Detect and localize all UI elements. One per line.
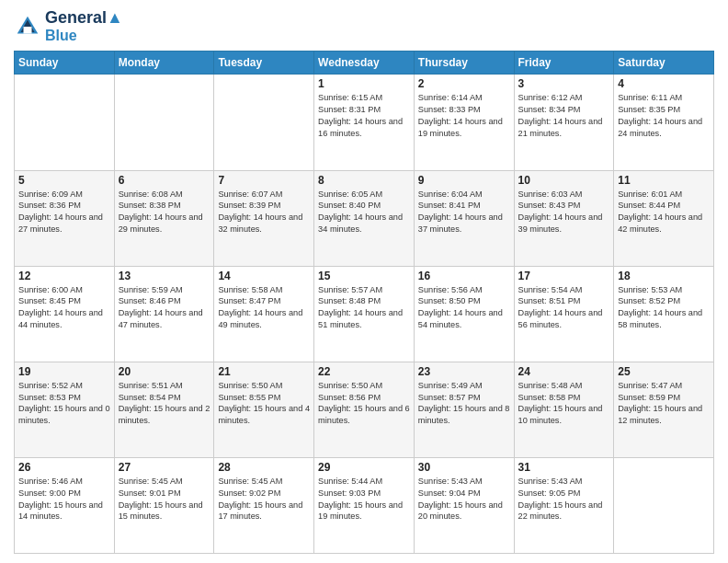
- day-number: 29: [318, 461, 410, 474]
- page: General▲ Blue SundayMondayTuesdayWednesd…: [0, 0, 728, 563]
- calendar-cell: 21Sunrise: 5:50 AM Sunset: 8:55 PM Dayli…: [214, 362, 314, 457]
- cell-content: Sunrise: 5:50 AM Sunset: 8:56 PM Dayligh…: [318, 380, 410, 428]
- calendar-cell: 16Sunrise: 5:56 AM Sunset: 8:50 PM Dayli…: [414, 266, 514, 362]
- calendar-cell: 3Sunrise: 6:12 AM Sunset: 8:34 PM Daylig…: [514, 75, 614, 170]
- cell-content: Sunrise: 5:45 AM Sunset: 9:02 PM Dayligh…: [218, 476, 310, 523]
- calendar-cell: 22Sunrise: 5:50 AM Sunset: 8:56 PM Dayli…: [314, 362, 415, 457]
- day-number: 30: [418, 461, 510, 474]
- calendar-header-row: SundayMondayTuesdayWednesdayThursdayFrid…: [15, 52, 714, 75]
- calendar-cell: [214, 75, 314, 170]
- day-number: 5: [18, 174, 110, 187]
- day-number: 8: [318, 174, 410, 187]
- calendar-cell: 6Sunrise: 6:08 AM Sunset: 8:38 PM Daylig…: [114, 170, 214, 266]
- cell-content: Sunrise: 5:44 AM Sunset: 9:03 PM Dayligh…: [318, 476, 410, 523]
- day-number: 31: [518, 461, 610, 474]
- calendar-day-header: Tuesday: [214, 52, 314, 75]
- calendar-day-header: Monday: [114, 52, 214, 75]
- cell-content: Sunrise: 6:00 AM Sunset: 8:45 PM Dayligh…: [18, 284, 110, 332]
- calendar-cell: 5Sunrise: 6:09 AM Sunset: 8:36 PM Daylig…: [15, 170, 115, 266]
- cell-content: Sunrise: 6:05 AM Sunset: 8:40 PM Dayligh…: [318, 189, 410, 236]
- cell-content: Sunrise: 5:50 AM Sunset: 8:55 PM Dayligh…: [218, 380, 310, 428]
- calendar-cell: 26Sunrise: 5:46 AM Sunset: 9:00 PM Dayli…: [15, 457, 115, 553]
- cell-content: Sunrise: 5:51 AM Sunset: 8:54 PM Dayligh…: [119, 380, 210, 428]
- cell-content: Sunrise: 5:52 AM Sunset: 8:53 PM Dayligh…: [18, 380, 110, 428]
- calendar-cell: 20Sunrise: 5:51 AM Sunset: 8:54 PM Dayli…: [114, 362, 214, 457]
- day-number: 2: [418, 77, 510, 90]
- calendar-cell: 7Sunrise: 6:07 AM Sunset: 8:39 PM Daylig…: [214, 170, 314, 266]
- calendar-cell: 25Sunrise: 5:47 AM Sunset: 8:59 PM Dayli…: [614, 362, 714, 457]
- calendar-cell: 2Sunrise: 6:14 AM Sunset: 8:33 PM Daylig…: [414, 75, 514, 170]
- cell-content: Sunrise: 6:07 AM Sunset: 8:39 PM Dayligh…: [218, 189, 310, 236]
- day-number: 17: [518, 270, 610, 282]
- day-number: 24: [518, 365, 610, 378]
- calendar-week-row: 26Sunrise: 5:46 AM Sunset: 9:00 PM Dayli…: [15, 457, 714, 553]
- logo-icon: [14, 13, 41, 40]
- calendar-cell: 15Sunrise: 5:57 AM Sunset: 8:48 PM Dayli…: [314, 266, 415, 362]
- cell-content: Sunrise: 5:49 AM Sunset: 8:57 PM Dayligh…: [418, 380, 510, 428]
- calendar-cell: 14Sunrise: 5:58 AM Sunset: 8:47 PM Dayli…: [214, 266, 314, 362]
- cell-content: Sunrise: 6:08 AM Sunset: 8:38 PM Dayligh…: [119, 189, 210, 236]
- day-number: 15: [318, 270, 410, 282]
- svg-rect-2: [24, 27, 32, 34]
- day-number: 11: [618, 174, 710, 187]
- day-number: 20: [119, 365, 210, 378]
- day-number: 28: [218, 461, 310, 474]
- calendar-cell: 24Sunrise: 5:48 AM Sunset: 8:58 PM Dayli…: [514, 362, 614, 457]
- calendar-cell: 1Sunrise: 6:15 AM Sunset: 8:31 PM Daylig…: [314, 75, 415, 170]
- day-number: 19: [18, 365, 110, 378]
- day-number: 14: [218, 270, 310, 282]
- calendar-cell: 18Sunrise: 5:53 AM Sunset: 8:52 PM Dayli…: [614, 266, 714, 362]
- day-number: 4: [618, 77, 710, 90]
- calendar-cell: 23Sunrise: 5:49 AM Sunset: 8:57 PM Dayli…: [414, 362, 514, 457]
- calendar-cell: 13Sunrise: 5:59 AM Sunset: 8:46 PM Dayli…: [114, 266, 214, 362]
- cell-content: Sunrise: 5:58 AM Sunset: 8:47 PM Dayligh…: [218, 284, 310, 332]
- cell-content: Sunrise: 5:59 AM Sunset: 8:46 PM Dayligh…: [119, 284, 210, 332]
- calendar-cell: 9Sunrise: 6:04 AM Sunset: 8:41 PM Daylig…: [414, 170, 514, 266]
- cell-content: Sunrise: 6:01 AM Sunset: 8:44 PM Dayligh…: [618, 189, 710, 236]
- day-number: 10: [518, 174, 610, 187]
- day-number: 18: [618, 270, 710, 282]
- cell-content: Sunrise: 6:12 AM Sunset: 8:34 PM Dayligh…: [518, 92, 610, 140]
- calendar-cell: 10Sunrise: 6:03 AM Sunset: 8:43 PM Dayli…: [514, 170, 614, 266]
- calendar-cell: 27Sunrise: 5:45 AM Sunset: 9:01 PM Dayli…: [114, 457, 214, 553]
- calendar-cell: 19Sunrise: 5:52 AM Sunset: 8:53 PM Dayli…: [15, 362, 115, 457]
- calendar-week-row: 12Sunrise: 6:00 AM Sunset: 8:45 PM Dayli…: [15, 266, 714, 362]
- cell-content: Sunrise: 6:03 AM Sunset: 8:43 PM Dayligh…: [518, 189, 610, 236]
- cell-content: Sunrise: 6:11 AM Sunset: 8:35 PM Dayligh…: [618, 92, 710, 140]
- calendar-cell: 28Sunrise: 5:45 AM Sunset: 9:02 PM Dayli…: [214, 457, 314, 553]
- day-number: 13: [119, 270, 210, 282]
- calendar-cell: 29Sunrise: 5:44 AM Sunset: 9:03 PM Dayli…: [314, 457, 415, 553]
- day-number: 22: [318, 365, 410, 378]
- cell-content: Sunrise: 6:09 AM Sunset: 8:36 PM Dayligh…: [18, 189, 110, 236]
- calendar-week-row: 5Sunrise: 6:09 AM Sunset: 8:36 PM Daylig…: [15, 170, 714, 266]
- day-number: 26: [18, 461, 110, 474]
- cell-content: Sunrise: 5:43 AM Sunset: 9:05 PM Dayligh…: [518, 476, 610, 523]
- day-number: 12: [18, 270, 110, 282]
- calendar-cell: 11Sunrise: 6:01 AM Sunset: 8:44 PM Dayli…: [614, 170, 714, 266]
- cell-content: Sunrise: 6:15 AM Sunset: 8:31 PM Dayligh…: [318, 92, 410, 140]
- cell-content: Sunrise: 6:14 AM Sunset: 8:33 PM Dayligh…: [418, 92, 510, 140]
- day-number: 23: [418, 365, 510, 378]
- day-number: 6: [119, 174, 210, 187]
- day-number: 27: [119, 461, 210, 474]
- cell-content: Sunrise: 6:04 AM Sunset: 8:41 PM Dayligh…: [418, 189, 510, 236]
- cell-content: Sunrise: 5:46 AM Sunset: 9:00 PM Dayligh…: [18, 476, 110, 523]
- day-number: 21: [218, 365, 310, 378]
- calendar-day-header: Wednesday: [314, 52, 415, 75]
- cell-content: Sunrise: 5:47 AM Sunset: 8:59 PM Dayligh…: [618, 380, 710, 428]
- logo-text: General▲ Blue: [45, 9, 123, 43]
- calendar-day-header: Saturday: [614, 52, 714, 75]
- cell-content: Sunrise: 5:45 AM Sunset: 9:01 PM Dayligh…: [119, 476, 210, 523]
- calendar-cell: 8Sunrise: 6:05 AM Sunset: 8:40 PM Daylig…: [314, 170, 415, 266]
- cell-content: Sunrise: 5:56 AM Sunset: 8:50 PM Dayligh…: [418, 284, 510, 332]
- calendar-cell: 30Sunrise: 5:43 AM Sunset: 9:04 PM Dayli…: [414, 457, 514, 553]
- calendar-table: SundayMondayTuesdayWednesdayThursdayFrid…: [14, 51, 714, 554]
- day-number: 25: [618, 365, 710, 378]
- cell-content: Sunrise: 5:57 AM Sunset: 8:48 PM Dayligh…: [318, 284, 410, 332]
- calendar-cell: [614, 457, 714, 553]
- calendar-cell: 12Sunrise: 6:00 AM Sunset: 8:45 PM Dayli…: [15, 266, 115, 362]
- calendar-cell: [15, 75, 115, 170]
- day-number: 9: [418, 174, 510, 187]
- calendar-day-header: Friday: [514, 52, 614, 75]
- logo: General▲ Blue: [14, 9, 123, 43]
